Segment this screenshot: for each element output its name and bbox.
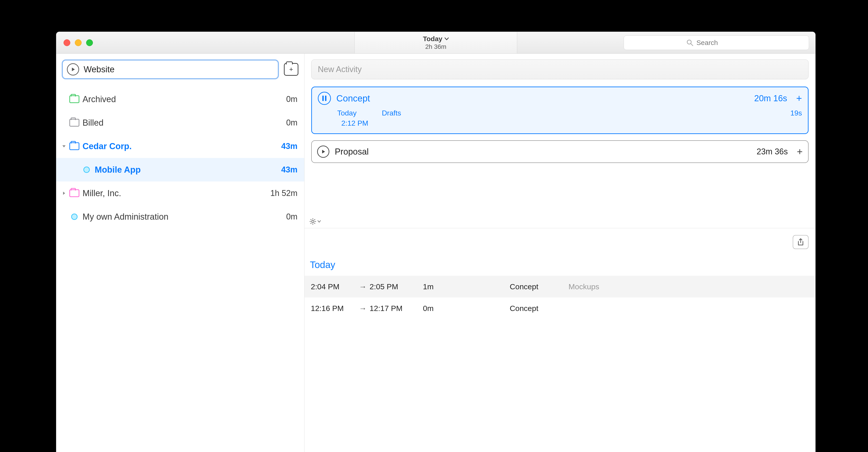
folder-icon	[69, 119, 79, 127]
window-controls	[56, 32, 124, 53]
share-icon	[797, 238, 804, 246]
log-name: Concept	[451, 282, 568, 291]
log-from: 2:04 PM	[311, 282, 356, 291]
entry-tag: Drafts	[382, 109, 401, 117]
sidebar-item-billed[interactable]: Billed 0m	[56, 111, 304, 134]
add-time-button[interactable]: +	[793, 147, 803, 157]
chevron-down-icon	[318, 220, 321, 223]
log-row[interactable]: 2:04 PM → 2:05 PM 1m Concept Mockups	[305, 276, 815, 297]
app-window: Today 2h 36m	[56, 32, 815, 452]
disclosure-triangle-icon[interactable]	[60, 144, 68, 149]
sidebar-item-time: 0m	[286, 212, 298, 222]
titlebar: Today 2h 36m	[56, 32, 815, 54]
sidebar: + Archived 0m Billed 0m	[56, 54, 305, 452]
log-from: 12:16 PM	[311, 304, 356, 313]
arrow-icon: →	[356, 304, 370, 313]
activity-duration: 20m 16s	[754, 94, 787, 103]
date-label: Today	[423, 35, 442, 43]
activity-duration: 23m 36s	[756, 147, 788, 156]
project-list: Archived 0m Billed 0m Cedar	[56, 85, 304, 228]
sidebar-item-label: Mobile App	[93, 165, 281, 175]
total-time: 2h 36m	[425, 43, 446, 51]
activity-title: Proposal	[335, 147, 751, 157]
svg-line-7	[311, 219, 311, 220]
activity-card-concept[interactable]: Concept 20m 16s + Today 2:12 PM Drafts	[311, 87, 809, 134]
play-icon[interactable]	[67, 63, 79, 75]
zoom-window-button[interactable]	[86, 39, 93, 46]
sidebar-item-miller-inc[interactable]: Miller, Inc. 1h 52m	[56, 182, 304, 205]
arrow-icon: →	[356, 282, 370, 291]
log-row[interactable]: 12:16 PM → 12:17 PM 0m Concept	[305, 297, 815, 319]
play-button[interactable]	[317, 146, 329, 158]
minimize-window-button[interactable]	[75, 39, 82, 46]
main-panel: New Activity Concept 20m 16s + Today 2:1…	[305, 54, 815, 452]
log-section-title: Today	[305, 251, 815, 276]
date-summary-dropdown[interactable]: Today 2h 36m	[354, 32, 517, 53]
new-folder-button[interactable]: +	[284, 63, 298, 76]
add-time-button[interactable]: +	[793, 93, 802, 103]
search-field[interactable]	[624, 35, 809, 50]
activity-title: Concept	[336, 93, 749, 103]
new-activity-placeholder: New Activity	[318, 65, 362, 74]
sidebar-item-time: 0m	[286, 94, 298, 104]
sidebar-item-label: Billed	[81, 118, 286, 128]
folder-icon	[69, 189, 79, 197]
sidebar-item-label: My own Administration	[81, 212, 286, 222]
search-icon	[686, 39, 693, 46]
chevron-down-icon	[445, 37, 449, 40]
disclosure-triangle-icon[interactable]	[60, 191, 68, 195]
svg-line-1	[691, 44, 693, 46]
sidebar-item-label: Cedar Corp.	[81, 141, 281, 151]
sidebar-item-label: Archived	[81, 94, 286, 104]
pause-button[interactable]	[318, 92, 331, 105]
svg-line-10	[311, 223, 311, 224]
svg-point-2	[312, 220, 314, 223]
log-dur: 0m	[415, 304, 451, 313]
search-input[interactable]	[696, 39, 746, 46]
sidebar-item-archived[interactable]: Archived 0m	[56, 88, 304, 111]
log-to: 2:05 PM	[370, 282, 415, 291]
entry-duration: 19s	[790, 109, 802, 117]
sidebar-item-time: 0m	[286, 118, 298, 127]
sidebar-item-mobile-app[interactable]: Mobile App 43m	[56, 158, 304, 182]
gear-icon	[309, 218, 316, 225]
plus-icon: +	[289, 66, 293, 73]
sidebar-item-cedar-corp[interactable]: Cedar Corp. 43m	[56, 134, 304, 158]
sidebar-item-time: 43m	[281, 165, 298, 174]
activity-card-proposal[interactable]: Proposal 23m 36s +	[311, 140, 809, 163]
svg-line-8	[314, 223, 315, 224]
svg-line-9	[314, 219, 315, 220]
folder-icon	[69, 95, 79, 103]
folder-icon	[69, 142, 79, 150]
close-window-button[interactable]	[64, 39, 70, 46]
entry-time: 2:12 PM	[337, 119, 368, 127]
new-project-input[interactable]	[84, 65, 274, 74]
sidebar-item-my-own-administration[interactable]: My own Administration 0m	[56, 205, 304, 228]
project-dot-icon	[71, 214, 78, 220]
sidebar-item-label: Miller, Inc.	[81, 189, 270, 198]
log-note: Mockups	[568, 282, 599, 291]
new-project-field[interactable]	[62, 59, 279, 79]
settings-menu-button[interactable]	[309, 218, 321, 225]
share-button[interactable]	[793, 235, 809, 249]
project-dot-icon	[84, 167, 90, 173]
sidebar-item-time: 43m	[281, 141, 298, 151]
log-to: 12:17 PM	[370, 304, 415, 313]
log-dur: 1m	[415, 282, 451, 291]
log-name: Concept	[451, 304, 568, 313]
entry-day: Today	[337, 109, 368, 117]
sidebar-item-time: 1h 52m	[270, 189, 298, 198]
new-activity-field[interactable]: New Activity	[311, 59, 809, 79]
